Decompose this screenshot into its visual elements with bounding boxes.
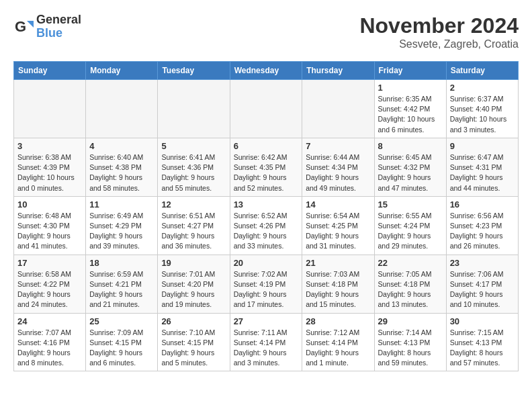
day-number: 4 [89,141,154,151]
day-info: Sunrise: 6:49 AMSunset: 4:29 PMDaylight:… [89,211,154,252]
day-number: 15 [378,199,443,210]
day-info: Sunrise: 7:07 AMSunset: 4:16 PMDaylight:… [17,328,82,369]
logo-icon: G [13,17,34,37]
day-info: Sunrise: 6:54 AMSunset: 4:25 PMDaylight:… [306,211,370,252]
calendar-cell: 13Sunrise: 6:52 AMSunset: 4:26 PMDayligh… [230,196,302,255]
day-number: 10 [17,199,82,210]
day-number: 7 [306,141,370,151]
day-number: 23 [450,258,515,268]
logo-text: General Blue [36,13,81,40]
day-info: Sunrise: 7:12 AMSunset: 4:14 PMDaylight:… [306,328,370,369]
day-info: Sunrise: 7:11 AMSunset: 4:14 PMDaylight:… [234,328,299,369]
day-number: 11 [89,199,154,210]
svg-text:G: G [15,18,26,35]
svg-marker-1 [27,21,34,28]
day-info: Sunrise: 6:38 AMSunset: 4:39 PMDaylight:… [17,152,82,193]
day-info: Sunrise: 6:58 AMSunset: 4:22 PMDaylight:… [17,269,82,310]
title-block: November 2024 Sesvete, Zagreb, Croatia [359,13,519,50]
calendar-cell: 12Sunrise: 6:51 AMSunset: 4:27 PMDayligh… [158,196,230,255]
calendar-cell: 10Sunrise: 6:48 AMSunset: 4:30 PMDayligh… [14,196,86,255]
day-info: Sunrise: 6:56 AMSunset: 4:23 PMDaylight:… [450,211,515,252]
page-header: G General Blue November 2024 Sesvete, Za… [13,13,519,50]
calendar-cell: 21Sunrise: 7:03 AMSunset: 4:18 PMDayligh… [302,255,374,313]
day-number: 1 [378,83,443,93]
day-number: 2 [450,83,515,93]
calendar-cell: 1Sunrise: 6:35 AMSunset: 4:42 PMDaylight… [374,80,446,138]
day-number: 18 [89,258,154,268]
day-header-wednesday: Wednesday [230,62,302,80]
calendar-cell: 7Sunrise: 6:44 AMSunset: 4:34 PMDaylight… [302,138,374,196]
day-info: Sunrise: 7:05 AMSunset: 4:18 PMDaylight:… [378,269,443,310]
day-number: 24 [17,316,82,326]
calendar-cell: 30Sunrise: 7:15 AMSunset: 4:13 PMDayligh… [446,313,518,371]
calendar-cell [230,80,302,138]
calendar-table: SundayMondayTuesdayWednesdayThursdayFrid… [13,61,519,371]
day-number: 30 [450,316,515,326]
calendar-week-2: 3Sunrise: 6:38 AMSunset: 4:39 PMDaylight… [14,138,519,196]
calendar-cell: 6Sunrise: 6:42 AMSunset: 4:35 PMDaylight… [230,138,302,196]
day-info: Sunrise: 6:55 AMSunset: 4:24 PMDaylight:… [378,211,443,252]
calendar-cell: 20Sunrise: 7:02 AMSunset: 4:19 PMDayligh… [230,255,302,313]
day-number: 21 [306,258,370,268]
calendar-cell: 23Sunrise: 7:06 AMSunset: 4:17 PMDayligh… [446,255,518,313]
day-info: Sunrise: 7:15 AMSunset: 4:13 PMDaylight:… [450,328,515,369]
day-number: 26 [161,316,226,326]
day-header-thursday: Thursday [302,62,374,80]
calendar-cell: 29Sunrise: 7:14 AMSunset: 4:13 PMDayligh… [374,313,446,371]
calendar-cell: 14Sunrise: 6:54 AMSunset: 4:25 PMDayligh… [302,196,374,255]
calendar-week-1: 1Sunrise: 6:35 AMSunset: 4:42 PMDaylight… [14,80,519,138]
calendar-cell: 22Sunrise: 7:05 AMSunset: 4:18 PMDayligh… [374,255,446,313]
logo-line2: Blue [36,27,81,40]
day-header-tuesday: Tuesday [158,62,230,80]
day-info: Sunrise: 6:47 AMSunset: 4:31 PMDaylight:… [450,152,515,193]
calendar-cell [158,80,230,138]
day-info: Sunrise: 7:10 AMSunset: 4:15 PMDaylight:… [161,328,226,369]
calendar-cell: 28Sunrise: 7:12 AMSunset: 4:14 PMDayligh… [302,313,374,371]
day-info: Sunrise: 6:52 AMSunset: 4:26 PMDaylight:… [234,211,299,252]
calendar-cell: 25Sunrise: 7:09 AMSunset: 4:15 PMDayligh… [86,313,158,371]
day-number: 27 [234,316,299,326]
day-number: 16 [450,199,515,210]
calendar-cell: 17Sunrise: 6:58 AMSunset: 4:22 PMDayligh… [14,255,86,313]
day-header-friday: Friday [374,62,446,80]
day-info: Sunrise: 6:35 AMSunset: 4:42 PMDaylight:… [378,94,443,135]
day-number: 13 [234,199,299,210]
calendar-cell: 5Sunrise: 6:41 AMSunset: 4:36 PMDaylight… [158,138,230,196]
day-info: Sunrise: 6:37 AMSunset: 4:40 PMDaylight:… [450,94,515,135]
day-info: Sunrise: 7:06 AMSunset: 4:17 PMDaylight:… [450,269,515,310]
day-info: Sunrise: 7:09 AMSunset: 4:15 PMDaylight:… [89,328,154,369]
calendar-cell: 24Sunrise: 7:07 AMSunset: 4:16 PMDayligh… [14,313,86,371]
day-info: Sunrise: 6:48 AMSunset: 4:30 PMDaylight:… [17,211,82,252]
day-info: Sunrise: 6:51 AMSunset: 4:27 PMDaylight:… [161,211,226,252]
calendar-cell: 19Sunrise: 7:01 AMSunset: 4:20 PMDayligh… [158,255,230,313]
calendar-week-4: 17Sunrise: 6:58 AMSunset: 4:22 PMDayligh… [14,255,519,313]
day-number: 22 [378,258,443,268]
calendar-header-row: SundayMondayTuesdayWednesdayThursdayFrid… [14,62,519,80]
calendar-cell: 26Sunrise: 7:10 AMSunset: 4:15 PMDayligh… [158,313,230,371]
day-number: 29 [378,316,443,326]
day-info: Sunrise: 6:40 AMSunset: 4:38 PMDaylight:… [89,152,154,193]
day-number: 19 [161,258,226,268]
calendar-cell: 9Sunrise: 6:47 AMSunset: 4:31 PMDaylight… [446,138,518,196]
day-number: 14 [306,199,370,210]
calendar-cell [86,80,158,138]
day-header-monday: Monday [86,62,158,80]
logo: G General Blue [13,13,81,40]
calendar-week-5: 24Sunrise: 7:07 AMSunset: 4:16 PMDayligh… [14,313,519,371]
calendar-cell: 18Sunrise: 6:59 AMSunset: 4:21 PMDayligh… [86,255,158,313]
day-number: 5 [161,141,226,151]
calendar-cell: 27Sunrise: 7:11 AMSunset: 4:14 PMDayligh… [230,313,302,371]
calendar-cell: 16Sunrise: 6:56 AMSunset: 4:23 PMDayligh… [446,196,518,255]
calendar-week-3: 10Sunrise: 6:48 AMSunset: 4:30 PMDayligh… [14,196,519,255]
calendar-cell: 11Sunrise: 6:49 AMSunset: 4:29 PMDayligh… [86,196,158,255]
day-header-sunday: Sunday [14,62,86,80]
day-info: Sunrise: 6:44 AMSunset: 4:34 PMDaylight:… [306,152,370,193]
day-info: Sunrise: 7:03 AMSunset: 4:18 PMDaylight:… [306,269,370,310]
calendar-cell: 4Sunrise: 6:40 AMSunset: 4:38 PMDaylight… [86,138,158,196]
calendar-cell [14,80,86,138]
day-number: 12 [161,199,226,210]
day-info: Sunrise: 6:41 AMSunset: 4:36 PMDaylight:… [161,152,226,193]
logo-line1: General [36,13,81,27]
day-info: Sunrise: 7:02 AMSunset: 4:19 PMDaylight:… [234,269,299,310]
day-number: 6 [234,141,299,151]
